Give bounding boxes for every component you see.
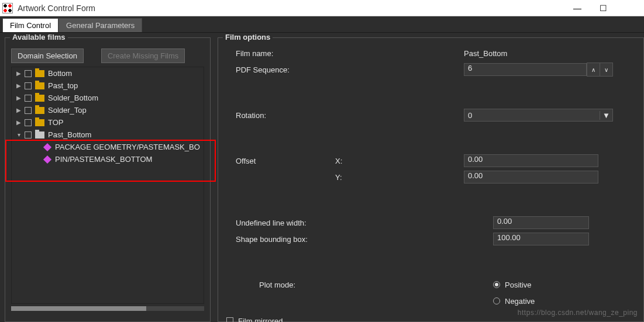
row-plot-mode-pos: Plot mode: Positive [224, 276, 638, 293]
undef-width-input[interactable]: 0.00 [493, 216, 589, 229]
radio-negative[interactable] [493, 297, 500, 304]
label-x: X: [335, 157, 342, 165]
pdf-sequence-input[interactable]: 6 ∧ ∨ [464, 63, 613, 77]
tabbar: Film Control General Parameters [0, 16, 644, 33]
tree-item-past-bottom[interactable]: ▾ Past_Bottom [12, 129, 204, 141]
label-film-mirrored: Film mirrored [238, 317, 283, 323]
folder-open-icon [35, 131, 44, 139]
checkbox[interactable] [25, 131, 32, 139]
tree-label: Solder_Top [48, 106, 87, 115]
folder-icon [35, 107, 44, 114]
expand-icon[interactable]: ▶ [15, 70, 22, 77]
expand-icon[interactable]: ▶ [15, 82, 22, 89]
window-title: Artwork Control Form [18, 4, 564, 13]
groupbox-film-options: Film options Film name: Past_Bottom PDF … [218, 37, 644, 322]
tree-label: Past_Bottom [48, 130, 91, 139]
value-film-name: Past_Bottom [464, 49, 507, 58]
row-pdf-sequence: PDF Sequence: 6 ∧ ∨ [224, 61, 638, 78]
tree-label: PIN/PASTEMASK_BOTTOM [55, 155, 152, 164]
checkbox[interactable] [25, 95, 32, 102]
label-offset: Offset [224, 157, 335, 165]
row-rotation: Rotation: 0 ▼ [224, 107, 638, 123]
minimize-button[interactable]: — [564, 0, 590, 16]
folder-icon [35, 82, 44, 89]
layer-icon [43, 143, 51, 151]
row-film-name: Film name: Past_Bottom [224, 45, 638, 61]
titlebar: Artwork Control Form — ☐ [0, 0, 644, 16]
tree-item-top[interactable]: ▶ TOP [12, 116, 204, 129]
shape-box-input[interactable]: 100.00 [493, 233, 589, 245]
content: Available films Domain Selection Create … [0, 33, 644, 322]
panel-film-options: Film options Film name: Past_Bottom PDF … [218, 37, 644, 322]
label-y: Y: [335, 173, 342, 182]
row-offset-x: Offset X: 0.00 [224, 153, 638, 169]
checkbox-film-mirrored[interactable] [226, 317, 233, 322]
label-pdf-sequence: PDF Sequence: [224, 65, 335, 74]
checkbox[interactable] [25, 82, 32, 89]
chevron-down-icon[interactable]: ▼ [600, 111, 612, 120]
label-positive: Positive [505, 281, 532, 289]
tree-item-bottom[interactable]: ▶ Bottom [12, 67, 204, 79]
row-undef-width: Undefined line width: 0.00 [224, 214, 638, 231]
label-rotation: Rotation: [224, 111, 335, 120]
panel-available-films: Available films Domain Selection Create … [5, 37, 211, 322]
expand-icon[interactable]: ▶ [15, 107, 22, 113]
rotation-value: 0 [464, 111, 600, 120]
radio-positive[interactable] [493, 281, 500, 288]
folder-icon [35, 70, 44, 77]
spin-down-icon[interactable]: ∨ [600, 63, 612, 76]
tab-general-parameters[interactable]: General Parameters [58, 18, 142, 32]
films-tree[interactable]: ▶ Bottom ▶ Past_top ▶ Solder_Bottom [11, 67, 204, 304]
create-missing-films-button: Create Missing Films [101, 49, 185, 63]
label-negative: Negative [505, 297, 535, 306]
collapse-icon[interactable]: ▾ [15, 131, 22, 138]
domain-selection-button[interactable]: Domain Selection [11, 49, 84, 63]
folder-icon [35, 119, 44, 126]
tab-film-control[interactable]: Film Control [2, 18, 58, 32]
app-icon [2, 3, 13, 13]
expand-icon[interactable]: ▶ [15, 119, 22, 126]
row-offset-y: Y: 0.00 [224, 169, 638, 185]
window-controls: — ☐ [564, 0, 642, 16]
legend-available-films: Available films [10, 33, 68, 41]
expand-icon[interactable]: ▶ [15, 95, 22, 101]
tree-label: TOP [48, 118, 64, 127]
checkbox[interactable] [25, 107, 32, 114]
checkbox[interactable] [25, 119, 32, 126]
groupbox-available-films: Available films Domain Selection Create … [5, 37, 211, 322]
row-plot-mode-neg: Negative [224, 293, 638, 309]
label-plot-mode: Plot mode: [224, 281, 335, 289]
tree-label: Bottom [48, 69, 72, 78]
label-shape-box: Shape bounding box: [224, 235, 464, 244]
label-film-name: Film name: [224, 49, 335, 58]
films-toolbar: Domain Selection Create Missing Films [11, 49, 204, 63]
row-shape-box: Shape bounding box: 100.00 [224, 231, 638, 247]
tree-label: Solder_Bottom [48, 94, 98, 102]
legend-film-options: Film options [223, 33, 273, 41]
tree-label: PACKAGE GEOMETRY/PASTEMASK_BO [55, 143, 200, 151]
horizontal-scrollbar[interactable] [11, 306, 204, 311]
pdf-sequence-value[interactable]: 6 [464, 63, 587, 76]
tree-item-solder-bottom[interactable]: ▶ Solder_Bottom [12, 92, 204, 104]
close-button[interactable] [616, 0, 642, 16]
offset-x-input[interactable]: 0.00 [464, 154, 598, 167]
watermark: https://blog.csdn.net/wang_ze_ping [518, 309, 638, 317]
layer-icon [43, 155, 51, 163]
label-undef-width: Undefined line width: [224, 219, 464, 227]
tree-item-pb-child2[interactable]: PIN/PASTEMASK_BOTTOM [12, 153, 204, 165]
scrollbar-thumb[interactable] [11, 306, 146, 311]
folder-icon [35, 95, 44, 102]
tree-item-pb-child1[interactable]: PACKAGE GEOMETRY/PASTEMASK_BO [12, 141, 204, 153]
offset-y-input[interactable]: 0.00 [464, 171, 598, 183]
maximize-button[interactable]: ☐ [590, 0, 616, 16]
tree-label: Past_top [48, 81, 78, 90]
checkbox[interactable] [25, 70, 32, 77]
tree-item-past-top[interactable]: ▶ Past_top [12, 79, 204, 92]
tree-item-solder-top[interactable]: ▶ Solder_Top [12, 104, 204, 116]
spin-up-icon[interactable]: ∧ [587, 63, 600, 76]
rotation-dropdown[interactable]: 0 ▼ [464, 109, 613, 122]
